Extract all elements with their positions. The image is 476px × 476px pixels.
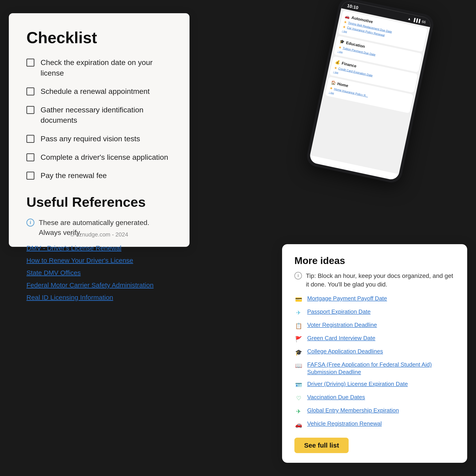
idea-link[interactable]: Vehicle Registration Renewal xyxy=(307,420,382,427)
phone-cat-icon: 🚗 xyxy=(344,14,350,19)
reference-link[interactable]: Federal Motor Carrier Safety Administrat… xyxy=(26,281,172,289)
tip-info-icon: i xyxy=(294,272,302,279)
phone-screen: 10:10 ▲ ▐▐▐ 66 🚗 Automotive ★ Timing Bel… xyxy=(308,0,432,181)
phone-cat-icon: 🏠 xyxy=(330,80,336,85)
reference-link[interactable]: How to Renew Your Driver's License xyxy=(26,257,172,264)
idea-link[interactable]: Global Entry Membership Expiration xyxy=(307,407,399,414)
idea-link[interactable]: Vaccination Due Dates xyxy=(307,393,365,401)
green-book-icon: 📋 xyxy=(294,322,303,330)
references-title: Useful References xyxy=(26,194,172,210)
phone-cat-icon: 🎓 xyxy=(339,39,345,45)
id-card-icon: 🪪 xyxy=(294,381,303,389)
idea-link[interactable]: College Application Deadlines xyxy=(307,348,383,355)
idea-link[interactable]: Voter Registration Deadline xyxy=(307,321,377,329)
checklist-item-text: Complete a driver's license application xyxy=(41,152,168,163)
reference-link-anchor[interactable]: Real ID Licensing Information xyxy=(26,294,113,301)
car-icon: 🚗 xyxy=(294,421,303,429)
phone-mockup: 10:10 ▲ ▐▐▐ 66 🚗 Automotive ★ Timing Bel… xyxy=(305,0,436,185)
checkbox[interactable] xyxy=(26,59,34,67)
more-ideas-item[interactable]: ♡ Vaccination Due Dates xyxy=(294,393,455,402)
checklist-item[interactable]: Check the expiration date on your licens… xyxy=(26,57,172,78)
checkbox[interactable] xyxy=(26,153,34,161)
phone-cat-title: Home xyxy=(337,81,349,88)
checklist-title: Checklist xyxy=(26,29,172,47)
reference-link[interactable]: DMV - Driver's License Renewal xyxy=(26,244,172,252)
idea-link[interactable]: Mortgage Payment Payoff Date xyxy=(307,295,387,302)
checkbox[interactable] xyxy=(26,172,34,180)
orange-person-icon: 🎓 xyxy=(294,348,303,357)
see-full-list-button[interactable]: See full list xyxy=(294,438,349,453)
checklist-item[interactable]: Pay the renewal fee xyxy=(26,170,172,181)
tip-text: Tip: Block an hour, keep your docs organ… xyxy=(306,272,455,289)
more-ideas-item[interactable]: 🚩 Green Card Interview Date xyxy=(294,335,455,343)
idea-link[interactable]: Passport Expiration Date xyxy=(307,308,371,316)
tip-section: i Tip: Block an hour, keep your docs org… xyxy=(294,272,455,289)
left-card: Checklist Check the expiration date on y… xyxy=(9,13,189,247)
checklist-list: Check the expiration date on your licens… xyxy=(26,57,172,181)
idea-link[interactable]: Driver (Driving) License Expiration Date xyxy=(307,380,408,388)
reference-link[interactable]: Real ID Licensing Information xyxy=(26,294,172,301)
signal-icon: ▐▐▐ xyxy=(412,18,421,23)
battery-icon: 66 xyxy=(421,20,426,24)
plane-green-icon: ✈ xyxy=(294,407,303,416)
orange-book-icon: 📖 xyxy=(294,361,303,370)
checklist-item-text: Pay the renewal fee xyxy=(41,170,107,181)
checklist-item[interactable]: Gather necessary identification document… xyxy=(26,105,172,126)
idea-link[interactable]: FAFSA (Free Application for Federal Stud… xyxy=(307,361,455,376)
reference-link[interactable]: State DMV Offices xyxy=(26,269,172,277)
star-icon: ★ xyxy=(329,86,333,91)
more-ideas-title: More ideas xyxy=(294,255,455,266)
more-ideas-list: 💳 Mortgage Payment Payoff Date ✈ Passpor… xyxy=(294,295,455,429)
reference-link-anchor[interactable]: Federal Motor Carrier Safety Administrat… xyxy=(26,281,153,289)
more-ideas-item[interactable]: 📋 Voter Registration Deadline xyxy=(294,321,455,330)
checklist-item[interactable]: Complete a driver's license application xyxy=(26,152,172,163)
info-icon: i xyxy=(26,219,34,226)
star-icon: ★ xyxy=(343,20,347,24)
idea-link[interactable]: Green Card Interview Date xyxy=(307,335,375,342)
reference-link-anchor[interactable]: DMV - Driver's License Renewal xyxy=(26,244,121,252)
wifi-icon: ▲ xyxy=(407,17,411,21)
paper-plane-icon: ✈ xyxy=(294,308,303,317)
checklist-item[interactable]: Schedule a renewal appointment xyxy=(26,86,172,97)
more-ideas-item[interactable]: ✈ Global Entry Membership Expiration xyxy=(294,407,455,416)
phone-content: 🚗 Automotive ★ Timing Belt Replacement D… xyxy=(310,8,430,174)
more-ideas-item[interactable]: 🚗 Vehicle Registration Renewal xyxy=(294,420,455,429)
more-ideas-card: More ideas i Tip: Block an hour, keep yo… xyxy=(282,244,467,463)
checkbox[interactable] xyxy=(26,135,34,143)
reference-links-list: DMV - Driver's License RenewalHow to Ren… xyxy=(26,244,172,301)
pink-flag-icon: 🚩 xyxy=(294,335,303,343)
more-ideas-item[interactable]: 🪪 Driver (Driving) License Expiration Da… xyxy=(294,380,455,389)
more-ideas-item[interactable]: 📖 FAFSA (Free Application for Federal St… xyxy=(294,361,455,376)
star-icon: ★ xyxy=(338,45,342,50)
credit-card-icon: 💳 xyxy=(294,295,303,304)
checklist-item[interactable]: Pass any required vision tests xyxy=(26,134,172,144)
phone-time: 10:10 xyxy=(347,3,359,10)
phone-cat-icon: 💰 xyxy=(335,59,340,65)
checkbox[interactable] xyxy=(26,106,34,114)
reference-link-anchor[interactable]: State DMV Offices xyxy=(26,269,81,276)
checkbox[interactable] xyxy=(26,87,34,95)
checklist-item-text: Check the expiration date on your licens… xyxy=(41,57,172,78)
reference-link-anchor[interactable]: How to Renew Your Driver's License xyxy=(26,257,133,264)
star-icon: ★ xyxy=(334,66,338,70)
more-ideas-item[interactable]: ✈ Passport Expiration Date xyxy=(294,308,455,317)
checklist-item-text: Gather necessary identification document… xyxy=(41,105,172,126)
more-ideas-item[interactable]: 🎓 College Application Deadlines xyxy=(294,348,455,357)
star-icon: ★ xyxy=(342,24,346,29)
copyright: © eznudge.com - 2024 xyxy=(9,231,189,238)
checklist-item-text: Schedule a renewal appointment xyxy=(41,86,150,97)
more-ideas-item[interactable]: 💳 Mortgage Payment Payoff Date xyxy=(294,295,455,304)
heart-icon: ♡ xyxy=(294,394,303,402)
checklist-item-text: Pass any required vision tests xyxy=(41,134,140,144)
